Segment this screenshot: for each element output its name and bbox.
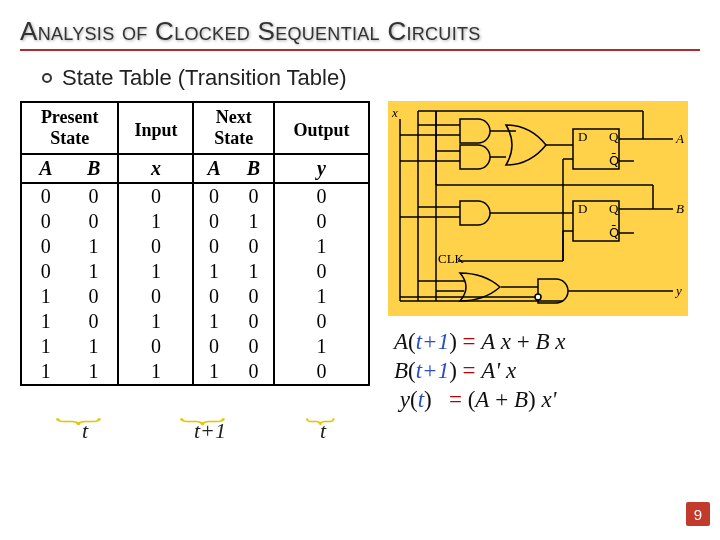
table-row: 110001: [21, 334, 369, 359]
hdr-input: Input: [118, 102, 193, 154]
table-row: 111100: [21, 359, 369, 385]
hdr-present: Present: [21, 102, 118, 128]
table-row: 010001: [21, 234, 369, 259]
hdr-next: Next: [193, 102, 274, 128]
eq-A: A(t+1) = A x + B x: [394, 328, 700, 357]
braces-row: ⏟ t ⏟ t+1 ⏟ t: [20, 388, 370, 444]
brace-label: t: [320, 418, 326, 444]
hdr-present2: State: [21, 128, 118, 154]
eq-y: y(t) = (A + B) x': [394, 386, 700, 415]
circ-Qb2: Q̄: [609, 225, 619, 240]
bullet-row: State Table (Transition Table): [42, 65, 700, 91]
circ-Qb: Q̄: [609, 153, 619, 168]
col-B: B: [70, 154, 119, 183]
bullet-icon: [42, 73, 52, 83]
circ-CLK: CLK: [438, 251, 465, 266]
circ-D: D: [578, 129, 587, 144]
brace-label: t: [82, 418, 88, 444]
col-x: x: [118, 154, 193, 183]
equations: A(t+1) = A x + B x B(t+1) = A' x y(t) = …: [394, 328, 700, 414]
col-y: y: [274, 154, 369, 183]
col-A: A: [21, 154, 70, 183]
content-area: Present Input Next Output State State A …: [20, 101, 700, 444]
subtitle: State Table (Transition Table): [62, 65, 347, 91]
circuit-diagram: x D Q Q̄ A D Q Q̄ B CLK y: [388, 101, 688, 316]
page-number: 9: [686, 502, 710, 526]
col-A2: A: [193, 154, 233, 183]
state-table: Present Input Next Output State State A …: [20, 101, 370, 386]
slide-title: Analysis of Clocked Sequential Circuits: [20, 16, 700, 51]
circ-B: B: [676, 201, 684, 216]
svg-point-30: [535, 294, 541, 300]
table-body: 000000 001010 010001 011110 100001 10110…: [21, 183, 369, 385]
circ-D2: D: [578, 201, 587, 216]
circ-y: y: [674, 283, 682, 298]
table-row: 100001: [21, 284, 369, 309]
table-row: 001010: [21, 209, 369, 234]
hdr-output: Output: [274, 102, 369, 154]
circ-A: A: [675, 131, 684, 146]
right-pane: x D Q Q̄ A D Q Q̄ B CLK y A(t+1) = A x +…: [388, 101, 700, 414]
hdr-next2: State: [193, 128, 274, 154]
title-text: Analysis of Clocked Sequential Circuits: [20, 16, 481, 46]
table-row: 011110: [21, 259, 369, 284]
circ-x: x: [391, 105, 398, 120]
brace-label: t+1: [194, 418, 226, 444]
brace-icon: ⏟: [56, 388, 100, 426]
eq-B: B(t+1) = A' x: [394, 357, 700, 386]
table-row: 101100: [21, 309, 369, 334]
circ-Q: Q: [609, 129, 619, 144]
table-wrap: Present Input Next Output State State A …: [20, 101, 370, 444]
table-row: 000000: [21, 183, 369, 209]
col-B2: B: [234, 154, 274, 183]
circ-Q2: Q: [609, 201, 619, 216]
